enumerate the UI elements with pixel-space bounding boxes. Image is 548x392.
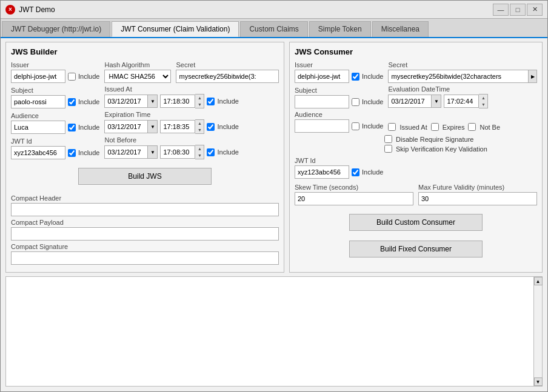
consumer-jwt-id-include-checkbox[interactable] (352, 168, 359, 176)
issuer-label: Issuer (11, 61, 99, 68)
eval-time-up[interactable]: ▲ (479, 95, 487, 101)
max-future-group: Max Future Validity (minutes) (418, 184, 537, 205)
not-before-time-down[interactable]: ▼ (195, 152, 204, 159)
tab-custom-claims[interactable]: Custom Claims (240, 21, 307, 37)
consumer-jwt-id-input[interactable] (295, 165, 349, 179)
issued-at-date-btn[interactable]: ▼ (148, 95, 158, 108)
not-before-time-spinbox[interactable]: ▲ ▼ (195, 145, 204, 159)
skew-input[interactable] (295, 192, 413, 205)
extra-checkboxes: Disable Require Signature Skip Verificat… (384, 135, 537, 154)
expiration-group: Expiration Time ▼ ▲ ▼ (104, 111, 279, 134)
issuer-input[interactable] (11, 70, 65, 83)
issued-at-check-label: Issued At (399, 124, 427, 131)
not-be-check[interactable] (468, 123, 476, 131)
not-before-group: Not Before ▼ ▲ ▼ (104, 136, 279, 159)
tab-simple-token[interactable]: Simple Token (309, 21, 371, 37)
scroll-up-arrow[interactable]: ▲ (534, 277, 543, 285)
jwt-id-input[interactable] (11, 146, 65, 159)
audience-include-checkbox[interactable] (68, 124, 76, 131)
expires-check[interactable] (431, 123, 439, 131)
expiration-time-down[interactable]: ▼ (195, 127, 204, 133)
tab-jwt-consumer[interactable]: JWT Consumer (Claim Validation) (112, 21, 239, 37)
not-be-check-label: Not Be (480, 124, 500, 131)
secret-label: Secret (176, 61, 279, 68)
disable-sig-check[interactable] (384, 135, 392, 143)
consumer-issuer-input[interactable] (295, 70, 349, 83)
tab-miscellanea[interactable]: Miscellanea (372, 21, 429, 37)
compact-signature-label: Compact Signature (11, 243, 279, 250)
expiration-time-up[interactable]: ▲ (195, 120, 204, 127)
issued-at-date-input[interactable] (104, 95, 148, 108)
eval-time-input[interactable] (444, 95, 479, 108)
compact-payload-input[interactable] (11, 227, 279, 241)
issued-at-check[interactable] (388, 123, 396, 131)
consumer-secret-input[interactable] (388, 70, 529, 83)
consumer-audience-include-label: Include (362, 122, 383, 130)
eval-date-input[interactable] (388, 95, 432, 108)
scroll-down-arrow[interactable]: ▼ (534, 377, 543, 386)
eval-time-down[interactable]: ▼ (479, 101, 487, 108)
consumer-jwt-id-include-label: Include (362, 168, 383, 176)
maximize-button[interactable]: □ (510, 4, 526, 16)
consumer-secret-scroll[interactable]: ▶ (529, 70, 537, 83)
issued-at-time-input[interactable] (160, 95, 195, 108)
not-before-time-up[interactable]: ▲ (195, 145, 204, 152)
compact-header-label: Compact Header (11, 194, 279, 202)
eval-datetime-label: Evaluation DateTime (388, 85, 537, 93)
compact-signature-input[interactable] (11, 251, 279, 265)
expiration-date-btn[interactable]: ▼ (148, 120, 158, 133)
issuer-group: Issuer Include (11, 61, 99, 83)
build-jws-button[interactable]: Build JWS (78, 168, 212, 185)
not-before-date-btn[interactable]: ▼ (148, 145, 158, 159)
build-fixed-consumer-button[interactable]: Build Fixed Consumer (349, 241, 483, 257)
jwt-id-include-checkbox[interactable] (68, 149, 76, 157)
hash-group: Hash Algorithm HMAC SHA256 HMAC SHA384 H… (104, 61, 171, 83)
subject-include-checkbox[interactable] (68, 98, 76, 106)
not-before-time-input[interactable] (160, 145, 195, 159)
builder-secret-input[interactable] (176, 70, 279, 83)
output-scrollbar[interactable]: ▲ ▼ (533, 277, 542, 386)
consumer-secret-group: Secret ▶ (388, 61, 537, 83)
issuer-include-checkbox[interactable] (68, 73, 76, 81)
disable-sig-label: Disable Require Signature (396, 136, 473, 143)
expiration-time-input[interactable] (160, 120, 195, 133)
issued-at-time-spinbox[interactable]: ▲ ▼ (195, 94, 204, 108)
issued-at-include-checkbox[interactable] (207, 98, 215, 105)
not-before-include-checkbox[interactable] (207, 148, 215, 156)
consumer-audience-input[interactable] (295, 119, 349, 133)
expiration-include-checkbox[interactable] (207, 123, 215, 131)
issued-at-time-up[interactable]: ▲ (195, 95, 204, 101)
skip-key-check[interactable] (384, 145, 392, 153)
expiration-date-input[interactable] (104, 120, 148, 133)
window-controls: — □ ✕ (493, 4, 543, 16)
max-future-input[interactable] (418, 192, 537, 205)
secret-group: Secret (176, 61, 279, 83)
skew-group: Skew Time (seconds) (295, 184, 413, 205)
compact-header-input[interactable] (11, 203, 279, 216)
consumer-subject-input[interactable] (295, 95, 349, 108)
title-bar: × JWT Demo — □ ✕ (1, 1, 547, 19)
issued-at-time-down[interactable]: ▼ (195, 101, 204, 108)
expiration-time-spinbox[interactable]: ▲ ▼ (195, 119, 204, 134)
audience-input[interactable] (11, 121, 65, 134)
close-button[interactable]: ✕ (527, 4, 543, 16)
eval-time-spinbox[interactable]: ▲ ▼ (479, 94, 488, 108)
minimize-button[interactable]: — (493, 4, 509, 16)
consumer-subject-include-checkbox[interactable] (352, 98, 359, 106)
build-custom-consumer-button[interactable]: Build Custom Consumer (349, 214, 483, 231)
subject-input[interactable] (11, 95, 65, 108)
hash-select[interactable]: HMAC SHA256 HMAC SHA384 HMAC SHA512 (104, 70, 171, 83)
consumer-issuer-include-label: Include (362, 73, 383, 80)
consumer-audience-include-checkbox[interactable] (352, 122, 359, 130)
consumer-issuer-include-checkbox[interactable] (352, 73, 359, 81)
tab-bar: JWT Debugger (http://jwt.io) JWT Consume… (1, 19, 547, 38)
output-content (6, 277, 533, 386)
consumer-subject-include-label: Include (362, 98, 383, 105)
subject-group: Subject Include (11, 87, 99, 108)
jwt-id-group: JWT Id Include (11, 138, 99, 159)
eval-date-btn[interactable]: ▼ (432, 95, 441, 108)
consumer-issuer-label: Issuer (295, 61, 383, 68)
tab-jwt-debugger[interactable]: JWT Debugger (http://jwt.io) (2, 21, 110, 37)
not-before-date-input[interactable] (104, 145, 148, 159)
subject-label: Subject (11, 87, 99, 94)
